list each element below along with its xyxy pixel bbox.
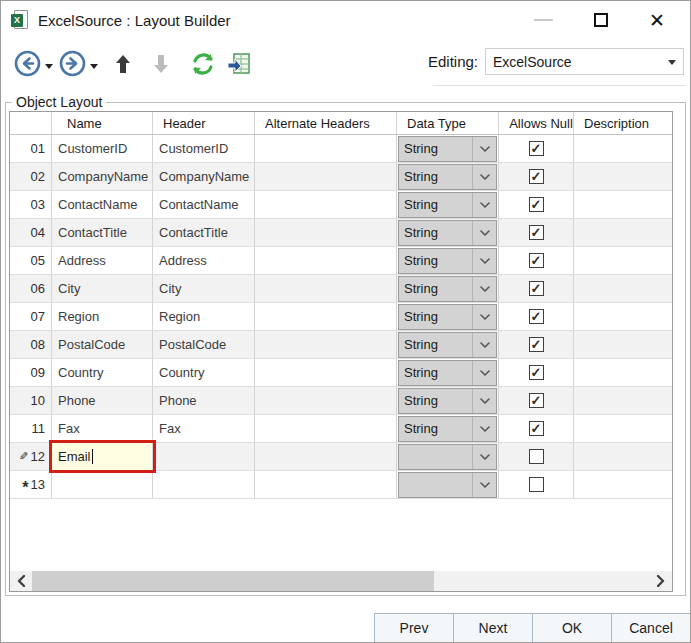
column-header-description[interactable]: Description — [574, 112, 672, 134]
data-type-dropdown[interactable]: String — [398, 332, 497, 358]
name-cell[interactable]: City — [52, 275, 153, 302]
row-header[interactable]: 10 — [10, 387, 52, 414]
forward-dropdown-caret[interactable] — [90, 55, 98, 73]
scroll-right-arrow[interactable] — [650, 571, 672, 591]
ok-button[interactable]: OK — [532, 613, 612, 643]
alternate-headers-cell[interactable] — [255, 275, 397, 302]
allows-null-checkbox[interactable]: ✓ — [529, 225, 544, 240]
column-header-allows-null[interactable]: Allows Null — [499, 112, 574, 134]
description-cell[interactable] — [574, 303, 672, 330]
row-header[interactable]: 08 — [10, 331, 52, 358]
minimize-button[interactable] — [534, 19, 553, 21]
maximize-button[interactable] — [594, 13, 608, 27]
alternate-headers-cell[interactable] — [255, 415, 397, 442]
alternate-headers-cell[interactable] — [255, 191, 397, 218]
move-up-button[interactable] — [114, 52, 132, 76]
header-cell[interactable] — [153, 471, 255, 498]
name-cell[interactable]: ContactName — [52, 191, 153, 218]
description-cell[interactable] — [574, 415, 672, 442]
excel-export-button[interactable] — [226, 51, 252, 77]
data-type-dropdown[interactable] — [398, 472, 497, 498]
back-button[interactable] — [14, 50, 41, 77]
description-cell[interactable] — [574, 359, 672, 386]
allows-null-checkbox[interactable]: ✓ — [529, 337, 544, 352]
allows-null-checkbox[interactable]: ✓ — [529, 281, 544, 296]
alternate-headers-cell[interactable] — [255, 219, 397, 246]
row-header[interactable]: 01 — [10, 135, 52, 162]
header-cell[interactable]: CustomerID — [153, 135, 255, 162]
header-cell[interactable]: PostalCode — [153, 331, 255, 358]
allows-null-checkbox[interactable]: ✓ — [529, 197, 544, 212]
row-header[interactable]: 09 — [10, 359, 52, 386]
alternate-headers-cell[interactable] — [255, 247, 397, 274]
header-cell[interactable]: City — [153, 275, 255, 302]
data-type-dropdown[interactable]: String — [398, 136, 497, 162]
header-cell[interactable]: Region — [153, 303, 255, 330]
data-type-dropdown[interactable]: String — [398, 276, 497, 302]
data-type-dropdown[interactable]: String — [398, 304, 497, 330]
cancel-button[interactable]: Cancel — [611, 613, 691, 643]
data-type-dropdown[interactable] — [398, 444, 497, 470]
header-cell[interactable]: Country — [153, 359, 255, 386]
data-type-dropdown[interactable]: String — [398, 220, 497, 246]
next-button[interactable]: Next — [453, 613, 533, 643]
name-cell[interactable]: Country — [52, 359, 153, 386]
header-cell[interactable]: Fax — [153, 415, 255, 442]
description-cell[interactable] — [574, 247, 672, 274]
description-cell[interactable] — [574, 471, 672, 498]
alternate-headers-cell[interactable] — [255, 163, 397, 190]
alternate-headers-cell[interactable] — [255, 331, 397, 358]
column-header-header[interactable]: Header — [153, 112, 255, 134]
editing-combobox[interactable]: ExcelSource — [485, 48, 684, 75]
description-cell[interactable] — [574, 163, 672, 190]
header-cell[interactable]: Phone — [153, 387, 255, 414]
allows-null-checkbox[interactable] — [529, 449, 544, 464]
data-type-dropdown[interactable]: String — [398, 164, 497, 190]
row-header[interactable]: *13 — [10, 471, 52, 498]
header-cell[interactable] — [153, 443, 255, 470]
allows-null-checkbox[interactable]: ✓ — [529, 393, 544, 408]
description-cell[interactable] — [574, 387, 672, 414]
allows-null-checkbox[interactable]: ✓ — [529, 309, 544, 324]
horizontal-scrollbar[interactable] — [10, 571, 672, 591]
data-type-dropdown[interactable]: String — [398, 248, 497, 274]
name-cell[interactable]: CustomerID — [52, 135, 153, 162]
name-cell[interactable]: CompanyName — [52, 163, 153, 190]
row-header[interactable]: 06 — [10, 275, 52, 302]
close-button[interactable]: ✕ — [649, 11, 665, 30]
name-cell[interactable]: Phone — [52, 387, 153, 414]
alternate-headers-cell[interactable] — [255, 471, 397, 498]
description-cell[interactable] — [574, 275, 672, 302]
alternate-headers-cell[interactable] — [255, 303, 397, 330]
data-type-dropdown[interactable]: String — [398, 360, 497, 386]
allows-null-checkbox[interactable] — [529, 477, 544, 492]
data-type-dropdown[interactable]: String — [398, 388, 497, 414]
forward-button[interactable] — [59, 50, 86, 77]
header-cell[interactable]: ContactTitle — [153, 219, 255, 246]
header-cell[interactable]: Address — [153, 247, 255, 274]
row-header[interactable]: 02 — [10, 163, 52, 190]
allows-null-checkbox[interactable]: ✓ — [529, 365, 544, 380]
header-cell[interactable]: CompanyName — [153, 163, 255, 190]
scroll-left-arrow[interactable] — [10, 571, 32, 591]
name-cell[interactable] — [52, 471, 153, 498]
data-type-dropdown[interactable]: String — [398, 416, 497, 442]
description-cell[interactable] — [574, 191, 672, 218]
description-cell[interactable] — [574, 135, 672, 162]
name-cell[interactable]: Fax — [52, 415, 153, 442]
row-header[interactable]: ✎12 — [10, 443, 52, 470]
move-down-button[interactable] — [152, 52, 170, 76]
data-type-dropdown[interactable]: String — [398, 192, 497, 218]
description-cell[interactable] — [574, 443, 672, 470]
back-dropdown-caret[interactable] — [45, 55, 53, 73]
alternate-headers-cell[interactable] — [255, 359, 397, 386]
column-header-alternate-headers[interactable]: Alternate Headers — [255, 112, 397, 134]
scrollbar-thumb[interactable] — [32, 571, 434, 591]
alternate-headers-cell[interactable] — [255, 135, 397, 162]
column-header-rowselector[interactable] — [10, 112, 52, 134]
column-header-data-type[interactable]: Data Type — [397, 112, 499, 134]
row-header[interactable]: 05 — [10, 247, 52, 274]
row-header[interactable]: 03 — [10, 191, 52, 218]
name-cell[interactable]: PostalCode — [52, 331, 153, 358]
name-cell[interactable]: Region — [52, 303, 153, 330]
